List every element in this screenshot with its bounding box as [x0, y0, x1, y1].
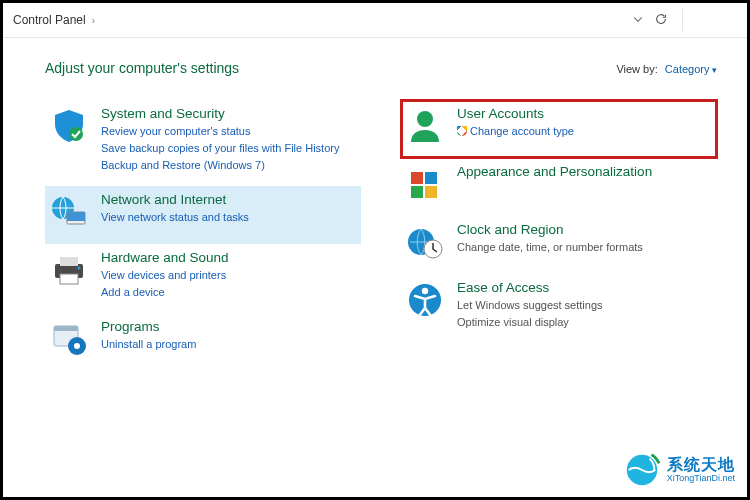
left-column: System and Security Review your computer…	[45, 100, 361, 371]
category-title[interactable]: Ease of Access	[457, 280, 713, 295]
category-desc: Change date, time, or number formats	[457, 239, 713, 256]
svg-point-7	[78, 267, 81, 270]
sublink[interactable]: View network status and tasks	[101, 209, 357, 226]
svg-point-20	[422, 288, 428, 294]
globe-monitor-icon	[49, 192, 89, 232]
view-by-label: View by:	[616, 63, 657, 75]
svg-point-12	[417, 111, 433, 127]
view-by-dropdown[interactable]: Category	[665, 63, 717, 75]
svg-rect-14	[425, 172, 437, 184]
printer-icon	[49, 250, 89, 290]
sublink[interactable]: Add a device	[101, 284, 357, 301]
chevron-down-icon[interactable]	[632, 13, 644, 28]
refresh-icon[interactable]	[654, 12, 668, 29]
category-title[interactable]: System and Security	[101, 106, 357, 121]
svg-rect-5	[60, 257, 78, 266]
breadcrumb[interactable]: Control Panel ›	[13, 13, 622, 27]
breadcrumb-root[interactable]: Control Panel	[13, 13, 86, 27]
category-hardware-sound[interactable]: Hardware and Sound View devices and prin…	[45, 244, 361, 313]
svg-rect-15	[411, 186, 423, 198]
sublink[interactable]: View devices and printers	[101, 267, 357, 284]
category-title[interactable]: Clock and Region	[457, 222, 713, 237]
watermark-cn: 系统天地	[667, 457, 735, 474]
globe-logo-icon	[623, 451, 661, 489]
svg-point-11	[74, 343, 80, 349]
sublink[interactable]: Save backup copies of your files with Fi…	[101, 140, 357, 157]
svg-rect-16	[425, 186, 437, 198]
search-input[interactable]	[682, 9, 737, 31]
category-system-security[interactable]: System and Security Review your computer…	[45, 100, 361, 186]
svg-rect-3	[67, 212, 85, 221]
chevron-right-icon: ›	[92, 15, 95, 26]
user-icon	[405, 106, 445, 146]
category-network-internet[interactable]: Network and Internet View network status…	[45, 186, 361, 244]
sublink[interactable]: Backup and Restore (Windows 7)	[101, 157, 357, 174]
sublink[interactable]: Change account type	[457, 123, 713, 140]
watermark: 系统天地 XiTongTianDi.net	[623, 451, 735, 489]
right-column: User Accounts Change account type Appear…	[401, 100, 717, 371]
category-title[interactable]: Programs	[101, 319, 357, 334]
clock-globe-icon	[405, 222, 445, 262]
category-desc: Optimize visual display	[457, 314, 713, 331]
svg-point-0	[69, 127, 83, 141]
category-title[interactable]: User Accounts	[457, 106, 713, 121]
personalize-icon	[405, 164, 445, 204]
svg-rect-13	[411, 172, 423, 184]
category-user-accounts[interactable]: User Accounts Change account type	[401, 100, 717, 158]
app-disc-icon	[49, 319, 89, 359]
address-bar: Control Panel ›	[3, 3, 747, 38]
category-title[interactable]: Hardware and Sound	[101, 250, 357, 265]
category-ease-of-access[interactable]: Ease of Access Let Windows suggest setti…	[401, 274, 717, 343]
watermark-en: XiTongTianDi.net	[667, 474, 735, 483]
sublink[interactable]: Review your computer's status	[101, 123, 357, 140]
view-by: View by: Category	[616, 63, 717, 75]
svg-rect-9	[54, 326, 78, 331]
category-programs[interactable]: Programs Uninstall a program	[45, 313, 361, 371]
category-clock-region[interactable]: Clock and Region Change date, time, or n…	[401, 216, 717, 274]
category-title[interactable]: Network and Internet	[101, 192, 357, 207]
main-content: Adjust your computer's settings View by:…	[3, 38, 747, 381]
ease-icon	[405, 280, 445, 320]
shield-icon	[49, 106, 89, 146]
category-appearance[interactable]: Appearance and Personalization	[401, 158, 717, 216]
svg-rect-6	[60, 274, 78, 284]
category-desc: Let Windows suggest settings	[457, 297, 713, 314]
category-title[interactable]: Appearance and Personalization	[457, 164, 713, 179]
sublink[interactable]: Uninstall a program	[101, 336, 357, 353]
page-title: Adjust your computer's settings	[45, 60, 239, 76]
